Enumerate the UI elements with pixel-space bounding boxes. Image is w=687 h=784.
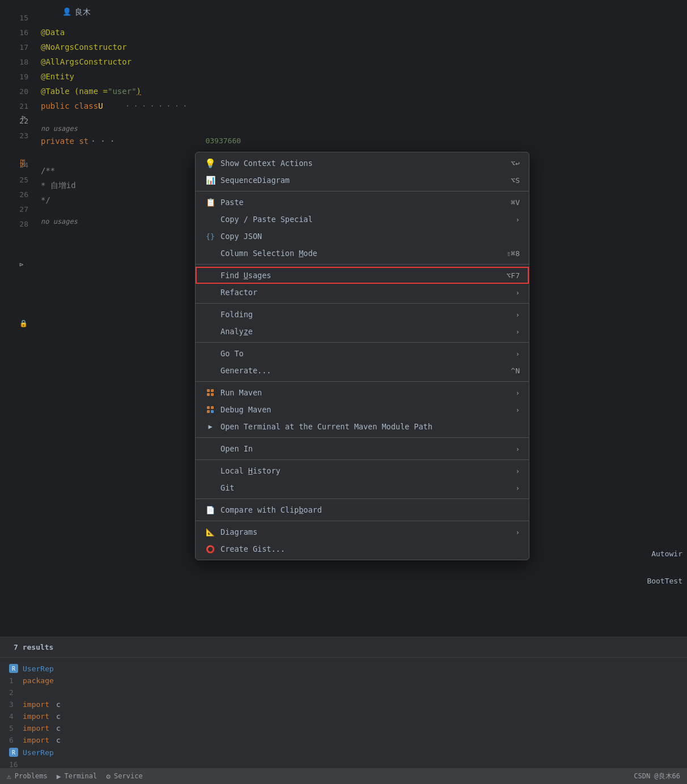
menu-item-folding[interactable]: Folding ›	[196, 306, 529, 323]
diagrams-label: Diagrams	[220, 527, 511, 536]
result-item-5[interactable]: 5 import c	[9, 722, 678, 734]
copy-json-label: Copy JSON	[220, 232, 520, 241]
code-line-23	[34, 113, 41, 128]
menu-item-run-maven[interactable]: Run Maven ›	[196, 384, 529, 401]
compare-clipboard-icon: 📄	[205, 506, 216, 514]
copy-paste-arrow: ›	[515, 215, 520, 224]
separator-7	[196, 459, 529, 460]
refactor-arrow: ›	[515, 288, 520, 297]
line-num-15: 15	[0, 10, 34, 25]
go-to-arrow: ›	[515, 350, 520, 358]
menu-item-copy-json[interactable]: {} Copy JSON	[196, 228, 529, 245]
result-item-2[interactable]: 2	[9, 687, 678, 698]
csdn-label: CSDN @良木66	[634, 772, 680, 781]
menu-item-compare-clipboard[interactable]: 📄 Compare with Clipboard	[196, 501, 529, 518]
svg-rect-4	[207, 406, 210, 409]
find-usages-shortcut: ⌥F7	[507, 271, 520, 280]
menu-item-column-selection[interactable]: Column Selection Mode ⇧⌘8	[196, 245, 529, 262]
problems-label: Problems	[15, 772, 48, 780]
menu-item-git[interactable]: Git ›	[196, 479, 529, 496]
code-line-25	[34, 148, 41, 163]
result-item-4[interactable]: 4 import c	[9, 710, 678, 722]
git-arrow: ›	[515, 484, 520, 492]
line-num-22: 22	[0, 113, 34, 128]
status-terminal[interactable]: ▶ Terminal	[57, 772, 97, 781]
sequence-diagram-label: SequenceDiagram	[220, 176, 511, 185]
find-usages-label: Find Usages	[220, 271, 507, 280]
line-num-23: 23	[0, 128, 34, 143]
go-to-label: Go To	[220, 349, 511, 358]
local-history-label: Local History	[220, 466, 511, 475]
copy-json-icon: {}	[205, 232, 216, 241]
debug-maven-icon	[205, 405, 216, 414]
diagrams-arrow: ›	[515, 528, 520, 536]
code-line-24: private st · · · 03937660	[34, 134, 241, 148]
separator-4	[196, 342, 529, 343]
result-item-userep2[interactable]: R UserRep	[9, 746, 678, 759]
result-icon-2: R	[9, 748, 18, 757]
svg-rect-0	[207, 389, 210, 392]
generate-label: Generate...	[220, 366, 511, 375]
code-line-28: */	[34, 193, 50, 207]
git-label: Git	[220, 483, 511, 492]
results-count: 7 results	[14, 643, 53, 651]
run-maven-label: Run Maven	[220, 388, 511, 397]
svg-rect-3	[211, 393, 214, 396]
line-num-20: 20	[0, 84, 34, 99]
menu-item-open-terminal[interactable]: ▶ Open Terminal at the Current Maven Mod…	[196, 418, 529, 435]
menu-item-refactor[interactable]: Refactor ›	[196, 284, 529, 301]
code-line-20: @Entity	[34, 69, 74, 84]
right-snippet-autowir: Autowir	[651, 549, 682, 558]
status-service[interactable]: ⚙ Service	[106, 772, 142, 781]
svg-rect-6	[207, 410, 210, 413]
results-header: 7 results	[5, 638, 62, 651]
gutter-icon-bookmark-21: ⊳	[22, 113, 26, 121]
result-item-userep1[interactable]: R UserRep	[9, 662, 678, 675]
context-actions-shortcut: ⌥↩	[511, 159, 520, 168]
problems-icon: ⚠	[7, 772, 11, 781]
menu-item-open-in[interactable]: Open In ›	[196, 440, 529, 457]
result-item-6[interactable]: 6 import c	[9, 734, 678, 746]
result-item-3[interactable]: 3 import c	[9, 698, 678, 710]
column-selection-shortcut: ⇧⌘8	[507, 249, 520, 258]
code-line-19: @AllArgsConstructor	[34, 54, 132, 69]
line-num-21: 21	[0, 99, 34, 113]
line-num-27: 27	[0, 202, 34, 216]
menu-item-create-gist[interactable]: ⭕ Create Gist...	[196, 540, 529, 557]
separator-1	[196, 191, 529, 191]
open-terminal-icon: ▶	[205, 423, 216, 431]
menu-item-go-to[interactable]: Go To ›	[196, 345, 529, 362]
menu-item-analyze[interactable]: Analyze ›	[196, 323, 529, 340]
run-maven-icon	[205, 388, 216, 397]
menu-item-debug-maven[interactable]: Debug Maven ›	[196, 401, 529, 418]
menu-item-find-usages[interactable]: Find Usages ⌥F7	[196, 267, 529, 284]
username-line: 👤 良木	[62, 5, 91, 19]
terminal-icon: ▶	[57, 772, 61, 781]
code-line-17: @Data	[34, 25, 65, 40]
open-terminal-label: Open Terminal at the Current Maven Modul…	[220, 422, 520, 431]
code-line-26: /**	[34, 163, 55, 178]
context-actions-label: Show Context Actions	[220, 159, 511, 168]
line-num-19: 19	[0, 69, 34, 84]
service-label: Service	[114, 772, 143, 780]
menu-item-sequence-diagram[interactable]: 📊 SequenceDiagram ⌥S	[196, 172, 529, 189]
status-problems[interactable]: ⚠ Problems	[7, 772, 48, 781]
line-num-16: 16	[0, 25, 34, 40]
menu-item-local-history[interactable]: Local History ›	[196, 462, 529, 479]
result-item-1[interactable]: 1 package	[9, 675, 678, 687]
menu-item-diagrams[interactable]: 📐 Diagrams ›	[196, 523, 529, 540]
gutter-icon-shield-26: ⊳	[19, 261, 23, 269]
code-line-21: @Table (name = "user" )	[34, 84, 141, 99]
column-selection-label: Column Selection Mode	[220, 249, 507, 258]
separator-2	[196, 264, 529, 265]
folding-label: Folding	[220, 310, 511, 319]
local-history-arrow: ›	[515, 467, 520, 475]
menu-item-copy-paste-special[interactable]: Copy / Paste Special ›	[196, 211, 529, 228]
menu-item-paste[interactable]: 📋 Paste ⌘V	[196, 194, 529, 211]
result-icon: R	[9, 664, 18, 673]
menu-item-generate[interactable]: Generate... ^N	[196, 362, 529, 379]
create-gist-label: Create Gist...	[220, 544, 520, 553]
debug-maven-arrow: ›	[515, 406, 520, 414]
paste-icon: 📋	[205, 198, 216, 207]
menu-item-show-context-actions[interactable]: 💡 Show Context Actions ⌥↩	[196, 155, 529, 172]
